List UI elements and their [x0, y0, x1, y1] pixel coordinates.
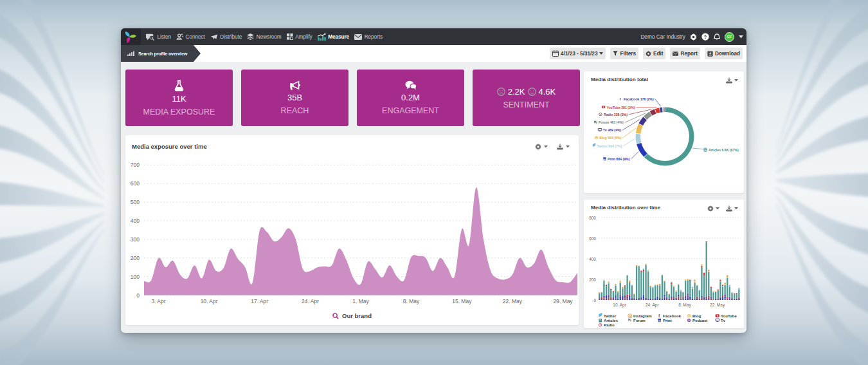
- svg-text:Articles 6.6K (67%): Articles 6.6K (67%): [709, 148, 739, 152]
- svg-text:Blog: Blog: [692, 314, 701, 318]
- svg-text:800: 800: [589, 216, 596, 220]
- svg-text:17. Apr: 17. Apr: [251, 298, 268, 304]
- svg-text:24. Apr: 24. Apr: [302, 298, 319, 304]
- svg-text:Print: Print: [663, 319, 672, 323]
- svg-text:10. Apr: 10. Apr: [201, 298, 218, 304]
- svg-text:Twitter 604 (7%): Twitter 604 (7%): [597, 144, 622, 148]
- svg-text:Blog 593 (6%): Blog 593 (6%): [599, 136, 621, 140]
- svg-text:YouTube: YouTube: [721, 314, 737, 318]
- svg-text:0: 0: [136, 292, 140, 299]
- svg-text:3. Apr: 3. Apr: [151, 298, 165, 304]
- svg-text:24. Apr: 24. Apr: [646, 303, 659, 308]
- svg-text:Print 884 (9%): Print 884 (9%): [608, 157, 630, 161]
- svg-text:10. Apr: 10. Apr: [613, 303, 626, 308]
- svg-text:8. May: 8. May: [403, 298, 420, 304]
- svg-text:Tv 489 (4%): Tv 489 (4%): [603, 128, 622, 132]
- svg-text:Podcast: Podcast: [692, 319, 707, 323]
- svg-text:700: 700: [131, 162, 140, 168]
- svg-text:600: 600: [589, 236, 596, 241]
- svg-text:YouTube 281 (3%): YouTube 281 (3%): [606, 106, 635, 109]
- svg-text:Twitter: Twitter: [604, 314, 617, 318]
- svg-text:1. May: 1. May: [352, 298, 369, 304]
- svg-text:f: f: [658, 314, 660, 318]
- svg-text:Forum: Forum: [633, 319, 646, 323]
- svg-text:600: 600: [131, 180, 140, 187]
- svg-text:22. May: 22. May: [503, 298, 523, 304]
- svg-text:0: 0: [593, 298, 596, 303]
- svg-text:200: 200: [131, 255, 140, 261]
- svg-text:500: 500: [131, 199, 140, 205]
- svg-text:Forum 461 (4%): Forum 461 (4%): [599, 120, 624, 124]
- svg-text:15. May: 15. May: [452, 298, 472, 304]
- svg-text:Facebook 176 (2%): Facebook 176 (2%): [624, 97, 654, 101]
- svg-text:400: 400: [589, 257, 596, 261]
- svg-text:Articles: Articles: [604, 319, 619, 323]
- svg-text:f: f: [619, 97, 620, 101]
- svg-text:200: 200: [589, 277, 596, 282]
- svg-text:400: 400: [131, 218, 140, 224]
- svg-text:100: 100: [131, 274, 140, 280]
- svg-text:8. May: 8. May: [678, 303, 691, 308]
- svg-text:300: 300: [131, 236, 140, 243]
- svg-text:29. May: 29. May: [553, 298, 573, 304]
- svg-text:Radio: Radio: [604, 323, 615, 327]
- svg-text:22. May: 22. May: [710, 303, 725, 308]
- svg-text:Tv: Tv: [721, 319, 726, 323]
- svg-text:Facebook: Facebook: [663, 314, 682, 318]
- svg-text:?: ?: [704, 34, 707, 40]
- svg-text:Instagram: Instagram: [633, 314, 652, 318]
- svg-text:Radio 328 (3%): Radio 328 (3%): [604, 113, 628, 117]
